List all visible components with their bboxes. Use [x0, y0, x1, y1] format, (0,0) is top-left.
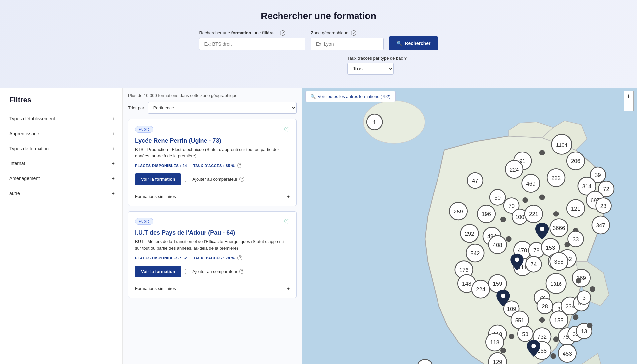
card-1-places: PLACES DISPONIBLES : 24	[135, 164, 187, 168]
svg-text:3: 3	[583, 295, 586, 301]
card-2-comparateur-checkbox[interactable]	[185, 269, 190, 274]
map-controls: + −	[624, 91, 634, 111]
map-zoom-in-button[interactable]: +	[624, 91, 634, 101]
bac-label: Taux d'accès par type de bac ?	[347, 56, 407, 61]
svg-text:33: 33	[573, 236, 579, 243]
filter-plus-types-formation: +	[112, 146, 115, 151]
search-row: Rechercher une formation, une filière… ?…	[0, 30, 637, 50]
results-meta: Plus de 10 000 formations dans cette zon…	[128, 93, 297, 98]
svg-text:408: 408	[493, 242, 502, 248]
card-1-comparateur-checkbox[interactable]	[185, 177, 190, 182]
map-zoom-out-button[interactable]: −	[624, 101, 634, 111]
svg-text:72: 72	[603, 186, 609, 192]
search-icon: 🔍	[396, 41, 402, 46]
results-map: Plus de 10 000 formations dans cette zon…	[123, 88, 637, 364]
search-button[interactable]: 🔍 Rechercher	[389, 36, 438, 50]
svg-text:100: 100	[515, 214, 524, 220]
svg-point-145	[515, 258, 519, 262]
card-2-stats: PLACES DISPONIBLES : 52 | TAUX D'ACCÈS :…	[135, 255, 290, 260]
svg-text:224: 224	[476, 286, 485, 293]
svg-point-40	[553, 211, 559, 217]
card-1-desc: BTS - Production - Electrotechnique (Sta…	[135, 146, 290, 159]
svg-text:121: 121	[571, 206, 580, 212]
filter-types-formation[interactable]: Types de formation +	[9, 141, 115, 156]
svg-text:470: 470	[518, 247, 527, 254]
svg-text:732: 732	[537, 334, 547, 340]
card-1-similaires-plus: +	[287, 194, 290, 199]
svg-point-146	[501, 294, 505, 298]
svg-text:118: 118	[490, 339, 499, 346]
map-svg: 1 91 1104 224 206 47 469 222 39 50 70 31…	[302, 88, 637, 364]
svg-text:13: 13	[581, 328, 587, 334]
svg-text:292: 292	[465, 231, 474, 237]
card-2-voir-button[interactable]: Voir la formation	[135, 266, 181, 277]
filters-sidebar: Filtres Types d'établissement + Apprenti…	[0, 88, 123, 364]
card-2-places: PLACES DISPONIBLES : 52	[135, 256, 187, 260]
card-1-title: Lycée Rene Perrin (Ugine - 73)	[135, 137, 290, 144]
map-area[interactable]: 🔍 Voir toutes les autres formations (792…	[302, 88, 637, 364]
filter-label-autre: autre	[9, 191, 20, 196]
card-1-voir-button[interactable]: Voir la formation	[135, 173, 181, 185]
card-1-similaires[interactable]: Formations similaires +	[135, 190, 290, 199]
card-2-comparateur-info[interactable]: ?	[239, 269, 244, 274]
svg-text:176: 176	[459, 267, 469, 273]
svg-text:196: 196	[482, 211, 491, 217]
card-2-title: I.U.T des Pays de l'Adour (Pau - 64)	[135, 229, 290, 236]
card-1-comparateur-text: Ajouter au comparateur	[192, 177, 237, 182]
svg-text:109: 109	[507, 306, 516, 312]
svg-text:542: 542	[470, 250, 480, 257]
filter-autre[interactable]: autre +	[9, 186, 115, 201]
svg-text:453: 453	[563, 351, 572, 357]
filter-apprentissage[interactable]: Apprentissage +	[9, 126, 115, 141]
svg-text:129: 129	[493, 359, 502, 364]
card-1-comparateur-label[interactable]: Ajouter au comparateur ?	[185, 177, 244, 182]
card-1-taux: TAUX D'ACCÈS : 85 %	[193, 164, 235, 168]
svg-text:314: 314	[582, 183, 592, 190]
formation-search-group: Rechercher une formation, une filière… ?	[199, 30, 305, 50]
card-1-header: Public ♡	[135, 126, 290, 134]
card-1-heart-icon[interactable]: ♡	[284, 126, 290, 134]
card-2-similaires[interactable]: Formations similaires +	[135, 282, 290, 291]
filter-label-types-etablissement: Types d'établissement	[9, 116, 55, 121]
bac-select[interactable]: Tous Bac général Bac technologique Bac p…	[347, 63, 394, 75]
filter-plus-autre: +	[112, 191, 115, 196]
sort-label: Trier par	[128, 105, 144, 110]
svg-text:3666: 3666	[553, 225, 565, 231]
geo-input[interactable]	[311, 38, 384, 50]
filter-plus-amenagement: +	[112, 176, 115, 181]
formation-help-icon[interactable]: ?	[280, 30, 285, 36]
svg-text:259: 259	[454, 209, 463, 215]
svg-text:39: 39	[595, 172, 601, 178]
formation-card-2: Public ♡ I.U.T des Pays de l'Adour (Pau …	[128, 211, 297, 298]
svg-point-26	[539, 195, 545, 200]
formation-input[interactable]	[199, 38, 305, 50]
svg-text:155: 155	[554, 317, 564, 324]
map-see-all-button[interactable]: 🔍 Voir toutes les autres formations (792…	[305, 91, 396, 102]
card-2-info-icon[interactable]: ?	[237, 255, 242, 260]
main-content: Filtres Types d'établissement + Apprenti…	[0, 88, 637, 364]
geo-label: Zone géographique ?	[311, 30, 356, 36]
sort-select[interactable]: Pertinence Places disponibles Taux d'acc…	[148, 102, 297, 114]
svg-text:206: 206	[571, 158, 580, 164]
card-2-actions: Voir la formation Ajouter au comparateur…	[135, 266, 290, 277]
card-1-stats: PLACES DISPONIBLES : 24 | TAUX D'ACCÈS :…	[135, 163, 290, 168]
svg-text:1: 1	[373, 119, 376, 126]
card-1-info-icon[interactable]: ?	[237, 163, 242, 168]
svg-point-144	[540, 227, 544, 231]
svg-text:221: 221	[529, 211, 538, 217]
filter-types-etablissement[interactable]: Types d'établissement +	[9, 111, 115, 126]
card-2-heart-icon[interactable]: ♡	[284, 218, 290, 226]
formation-label: Rechercher une formation, une filière… ?	[199, 30, 285, 36]
card-2-header: Public ♡	[135, 218, 290, 226]
svg-text:358: 358	[554, 259, 564, 265]
geo-search-group: Zone géographique ?	[311, 30, 384, 50]
formation-card-1: Public ♡ Lycée Rene Perrin (Ugine - 73) …	[128, 119, 297, 206]
filter-internat[interactable]: Internat +	[9, 156, 115, 171]
geo-help-icon[interactable]: ?	[351, 30, 356, 36]
bac-help-icon[interactable]: ?	[404, 56, 407, 61]
svg-point-51	[506, 236, 512, 242]
card-2-comparateur-label[interactable]: Ajouter au comparateur ?	[185, 269, 244, 274]
card-1-comparateur-info[interactable]: ?	[239, 177, 244, 182]
filter-amenagement[interactable]: Aménagement +	[9, 171, 115, 186]
svg-text:159: 159	[493, 281, 502, 287]
